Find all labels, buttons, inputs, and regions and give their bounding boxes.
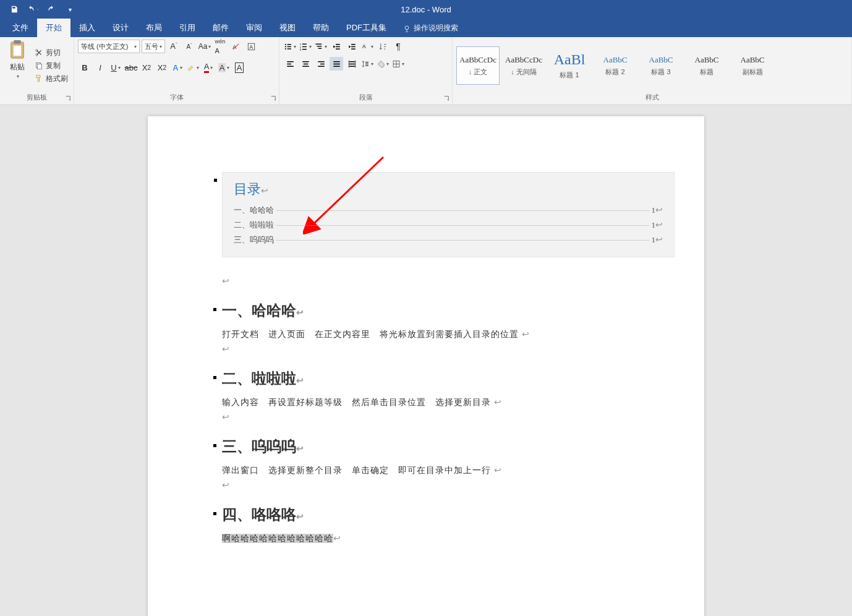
toc-entry[interactable]: 二、啦啦啦1↩ xyxy=(234,220,663,231)
body-text[interactable]: 输入内容 再设置好标题等级 然后单击目录位置 选择更新目录 ↩ xyxy=(222,397,675,408)
group-paragraph: ▾ 123▾ ▾ A▾ ¶ ▾ ▾ ▾ 段落 xyxy=(279,37,453,105)
page[interactable]: 目录↩ 一、哈哈哈1↩二、啦啦啦1↩三、呜呜呜1↩ ↩ 一、哈哈哈↩打开文档 进… xyxy=(148,116,704,616)
svg-text:A: A xyxy=(232,43,236,49)
multilevel-list-button[interactable]: ▾ xyxy=(314,40,328,53)
decrease-indent-button[interactable] xyxy=(330,40,343,53)
toc-entry[interactable]: 一、哈哈哈1↩ xyxy=(234,205,663,216)
grow-font-button[interactable]: Aˆ xyxy=(167,40,181,53)
font-group-label: 字体 xyxy=(78,92,275,103)
sort-button[interactable] xyxy=(376,40,390,53)
tab-mailings[interactable]: 邮件 xyxy=(204,19,237,37)
bold-button[interactable]: B xyxy=(78,61,92,74)
line-spacing-button[interactable]: ▾ xyxy=(360,57,374,71)
style-副标题[interactable]: AaBbC副标题 xyxy=(731,46,774,85)
align-center-button[interactable] xyxy=(299,57,312,71)
font-size-combo[interactable]: 五号▾ xyxy=(142,40,165,53)
text-effects-button[interactable]: A▾ xyxy=(171,61,184,74)
style-标题-3[interactable]: AaBbC标题 3 xyxy=(639,46,683,85)
numbering-button[interactable]: 123▾ xyxy=(299,40,312,53)
svg-point-11 xyxy=(285,43,286,45)
tell-me-search[interactable]: 操作说明搜索 xyxy=(395,19,466,37)
body-text-shaded[interactable]: 啊哈哈哈哈哈哈哈哈哈哈哈↩ xyxy=(222,533,675,544)
redo-button[interactable] xyxy=(43,2,59,17)
style-标题-2[interactable]: AaBbC标题 2 xyxy=(594,46,637,85)
save-button[interactable] xyxy=(6,2,22,17)
svg-rect-39 xyxy=(318,61,325,62)
svg-rect-29 xyxy=(351,44,356,45)
font-launcher[interactable] xyxy=(270,95,277,102)
clipboard-launcher[interactable] xyxy=(64,95,72,102)
align-justify-button[interactable] xyxy=(330,57,343,71)
heading-4[interactable]: 四、咯咯咯↩ xyxy=(222,505,675,524)
svg-rect-41 xyxy=(318,66,325,67)
highlight-button[interactable]: ▾ xyxy=(186,61,200,74)
style-↓-正文[interactable]: AaBbCcDc↓ 正文 xyxy=(456,46,500,85)
tab-view[interactable]: 视图 xyxy=(271,19,304,37)
heading-3[interactable]: 三、呜呜呜↩ xyxy=(222,437,675,456)
tab-insert[interactable]: 插入 xyxy=(70,19,104,37)
paste-label: 粘贴 xyxy=(10,62,25,72)
quick-access-toolbar: ▾ ▾ xyxy=(0,2,78,17)
paste-button[interactable]: 粘贴 ▾ xyxy=(4,40,31,92)
clear-formatting-button[interactable]: A xyxy=(229,40,242,53)
italic-button[interactable]: I xyxy=(93,61,107,74)
distribute-button[interactable] xyxy=(345,57,359,71)
style-标题[interactable]: AaBbC标题 xyxy=(685,46,728,85)
svg-rect-48 xyxy=(365,62,368,62)
svg-rect-20 xyxy=(302,46,307,46)
heading-2[interactable]: 二、啦啦啦↩ xyxy=(222,369,675,388)
body-text[interactable]: 弹出窗口 选择更新整个目录 单击确定 即可在目录中加上一行 ↩ xyxy=(222,465,675,476)
copy-button[interactable]: 复制 xyxy=(35,61,68,71)
svg-rect-38 xyxy=(302,66,309,67)
shrink-font-button[interactable]: Aˇ xyxy=(182,40,196,53)
style-标题-1[interactable]: AaBl标题 1 xyxy=(548,46,591,85)
show-marks-button[interactable]: ¶ xyxy=(391,40,405,53)
tab-review[interactable]: 审阅 xyxy=(237,19,271,37)
svg-rect-33 xyxy=(287,61,294,62)
enclose-char-button[interactable]: A xyxy=(244,40,258,53)
font-name-combo[interactable]: 等线 (中文正文)▾ xyxy=(78,40,140,53)
style-↓-无间隔[interactable]: AaBbCcDc↓ 无间隔 xyxy=(502,46,545,85)
change-case-button[interactable]: Aa▾ xyxy=(198,40,211,53)
svg-rect-30 xyxy=(351,46,356,47)
font-color-button[interactable]: A▾ xyxy=(202,61,215,74)
char-shading-button[interactable]: A▾ xyxy=(217,61,231,74)
toc-entry[interactable]: 三、呜呜呜1↩ xyxy=(234,234,663,246)
phonetic-guide-button[interactable]: wénA xyxy=(213,40,227,53)
increase-indent-button[interactable] xyxy=(345,40,359,53)
qat-customize[interactable]: ▾ xyxy=(62,2,78,17)
paragraph-launcher[interactable] xyxy=(443,95,450,102)
superscript-button[interactable]: X2 xyxy=(155,61,169,74)
tab-layout[interactable]: 布局 xyxy=(137,19,171,37)
tab-design[interactable]: 设计 xyxy=(104,19,137,37)
format-painter-button[interactable]: 格式刷 xyxy=(35,74,68,84)
bullets-button[interactable]: ▾ xyxy=(283,40,297,53)
asian-layout-button[interactable]: A▾ xyxy=(360,40,374,53)
tab-references[interactable]: 引用 xyxy=(171,19,204,37)
svg-text:3: 3 xyxy=(300,48,302,51)
toc-title: 目录↩ xyxy=(234,180,663,199)
underline-button[interactable]: U▾ xyxy=(109,61,122,74)
toc-container[interactable]: 目录↩ 一、哈哈哈1↩二、啦啦啦1↩三、呜呜呜1↩ xyxy=(222,172,675,257)
clipboard-group-label: 剪贴板 xyxy=(4,92,70,103)
tab-file[interactable]: 文件 xyxy=(4,19,37,37)
tab-pdf-tools[interactable]: PDF工具集 xyxy=(338,19,395,37)
group-styles: AaBbCcDc↓ 正文AaBbCcDc↓ 无间隔AaBl标题 1AaBbC标题… xyxy=(453,37,852,105)
cut-button[interactable]: 剪切 xyxy=(35,48,68,58)
document-area[interactable]: 目录↩ 一、哈哈哈1↩二、啦啦啦1↩三、呜呜呜1↩ ↩ 一、哈哈哈↩打开文档 进… xyxy=(0,105,852,616)
borders-button[interactable]: ▾ xyxy=(391,57,405,71)
svg-point-0 xyxy=(405,25,409,29)
strikethrough-button[interactable]: abc xyxy=(124,61,138,74)
char-border-button[interactable]: A xyxy=(232,61,246,74)
subscript-button[interactable]: X2 xyxy=(140,61,153,74)
tab-help[interactable]: 帮助 xyxy=(304,19,338,37)
heading-1[interactable]: 一、哈哈哈↩ xyxy=(222,301,675,320)
title-bar: ▾ ▾ 12.doc - Word xyxy=(0,0,852,19)
align-right-button[interactable] xyxy=(314,57,328,71)
body-text[interactable]: 打开文档 进入页面 在正文内容里 将光标放置到需要插入目录的位置 ↩ xyxy=(222,329,675,340)
tab-home[interactable]: 开始 xyxy=(37,19,70,37)
undo-button[interactable]: ▾ xyxy=(25,2,41,17)
align-left-button[interactable] xyxy=(283,57,297,71)
svg-rect-37 xyxy=(303,63,308,64)
shading-button[interactable]: ▾ xyxy=(376,57,390,71)
